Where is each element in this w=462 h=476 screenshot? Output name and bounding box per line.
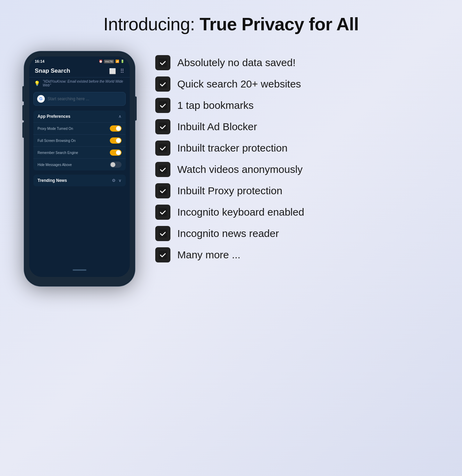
network-icon: VoLTE	[104, 60, 114, 63]
grid-icon[interactable]: ⠿	[120, 68, 124, 74]
chevron-down-icon[interactable]: ∨	[118, 178, 122, 183]
preferences-section: App Preferences ∧ Proxy Mode Turned On F…	[33, 111, 126, 170]
home-indicator	[73, 269, 86, 271]
pref-label-fullscreen: Full Screen Browsing On	[38, 139, 76, 143]
feature-text-ad-blocker: Inbuilt Ad Blocker	[177, 121, 257, 133]
svg-rect-8	[159, 229, 167, 238]
checkbox-icon-keyboard	[155, 205, 170, 220]
trending-news-section: Trending News ⚙ ∨	[33, 175, 126, 186]
feature-item-more: Many more ...	[155, 247, 438, 262]
checkbox-icon-video	[155, 162, 170, 177]
signal-icon: 📶	[115, 60, 119, 63]
pref-toggle-fullscreen[interactable]	[110, 137, 122, 144]
did-you-know-text: "#DidYouKnow: Email existed before the W…	[43, 80, 125, 87]
app-title: Snap Search	[35, 68, 70, 74]
status-bar: 16:14 ⏰ VoLTE 📶 🔋	[29, 56, 130, 65]
svg-rect-1	[159, 80, 167, 88]
feature-item-keyboard: Incognito keyboard enabled	[155, 205, 438, 220]
svg-rect-7	[159, 208, 167, 216]
search-bar-row: G Start searching here ...	[29, 89, 130, 108]
checkbox-icon-ad-blocker	[155, 119, 170, 134]
settings-icon[interactable]: ⚙	[112, 178, 116, 183]
bulb-icon: 💡	[34, 81, 40, 86]
checkbox-icon-tracker	[155, 141, 170, 156]
news-header-icons: ⚙ ∨	[112, 178, 122, 183]
feature-item-ad-blocker: Inbuilt Ad Blocker	[155, 119, 438, 134]
pref-label-search-engine: Remember Search Engine	[38, 151, 78, 155]
svg-rect-6	[159, 187, 167, 195]
feature-item-quick-search: Quick search 20+ websites	[155, 76, 438, 92]
search-placeholder: Start searching here ...	[48, 96, 89, 101]
preferences-chevron-icon: ∧	[118, 114, 122, 119]
search-bar[interactable]: G Start searching here ...	[33, 92, 126, 106]
feature-text-news: Incognito news reader	[177, 228, 279, 239]
feature-item-tracker: Inbuilt tracker protection	[155, 141, 438, 156]
feature-text-quick-search: Quick search 20+ websites	[177, 78, 301, 90]
feature-text-bookmarks: 1 tap bookmarks	[177, 100, 254, 111]
battery-icon: 🔋	[120, 60, 124, 63]
feature-text-video: Watch videos anonymously	[177, 164, 303, 175]
trending-news-title: Trending News	[38, 178, 67, 183]
pref-item-proxy: Proxy Mode Turned On	[33, 122, 126, 134]
content-area: 16:14 ⏰ VoLTE 📶 🔋 Snap Search ⬜ ⠿	[24, 52, 438, 286]
pref-item-search-engine: Remember Search Engine	[33, 146, 126, 158]
svg-rect-2	[159, 101, 167, 110]
feature-item-proxy: Inbuilt Proxy protection	[155, 183, 438, 198]
feature-text-tracker: Inbuilt tracker protection	[177, 142, 287, 154]
svg-rect-5	[159, 165, 167, 174]
svg-rect-0	[159, 59, 167, 67]
phone-bottom	[29, 188, 130, 277]
book-icon[interactable]: ⬜	[109, 68, 116, 74]
pref-label-hide-messages: Hide Messages Above	[38, 163, 72, 167]
svg-rect-4	[159, 144, 167, 152]
feature-text-keyboard: Incognito keyboard enabled	[177, 206, 304, 218]
feature-text-no-data: Absolutely no data saved!	[177, 57, 296, 69]
feature-item-news: Incognito news reader	[155, 226, 438, 241]
pref-toggle-proxy[interactable]	[110, 125, 122, 132]
pref-label-proxy: Proxy Mode Turned On	[38, 127, 73, 131]
phone-screen: 16:14 ⏰ VoLTE 📶 🔋 Snap Search ⬜ ⠿	[29, 56, 130, 277]
pref-item-fullscreen: Full Screen Browsing On	[33, 134, 126, 146]
feature-text-more: Many more ...	[177, 249, 240, 261]
checkbox-icon-proxy	[155, 183, 170, 198]
phone-mockup: 16:14 ⏰ VoLTE 📶 🔋 Snap Search ⬜ ⠿	[24, 52, 135, 286]
pref-toggle-hide-messages[interactable]	[110, 162, 122, 168]
alarm-icon: ⏰	[99, 60, 103, 63]
svg-rect-9	[159, 251, 167, 259]
page-headline: Introducing: True Privacy for All	[103, 14, 359, 34]
features-list: Absolutely no data saved! Quick search 2…	[155, 52, 438, 262]
headline-bold: True Privacy for All	[200, 14, 359, 34]
status-time: 16:14	[35, 59, 44, 63]
status-icons: ⏰ VoLTE 📶 🔋	[99, 60, 124, 63]
preferences-header[interactable]: App Preferences ∧	[33, 111, 126, 122]
google-logo: G	[37, 95, 45, 103]
feature-text-proxy: Inbuilt Proxy protection	[177, 185, 282, 197]
svg-rect-3	[159, 123, 167, 131]
checkbox-icon-more	[155, 247, 170, 262]
trending-news-header: Trending News ⚙ ∨	[33, 175, 126, 186]
pref-item-hide-messages: Hide Messages Above	[33, 158, 126, 170]
headline-prefix: Introducing:	[103, 14, 200, 34]
pref-toggle-search-engine[interactable]	[110, 149, 122, 156]
app-header: Snap Search ⬜ ⠿	[29, 65, 130, 77]
feature-item-bookmarks: 1 tap bookmarks	[155, 98, 438, 113]
did-you-know-bar: 💡 "#DidYouKnow: Email existed before the…	[29, 77, 130, 89]
app-header-icons: ⬜ ⠿	[109, 68, 124, 74]
phone-outer: 16:14 ⏰ VoLTE 📶 🔋 Snap Search ⬜ ⠿	[24, 52, 135, 286]
checkbox-icon-quick-search	[155, 76, 170, 92]
checkbox-icon-news	[155, 226, 170, 241]
checkbox-icon-no-data	[155, 55, 170, 70]
preferences-title: App Preferences	[38, 114, 70, 119]
feature-item-video: Watch videos anonymously	[155, 162, 438, 177]
checkbox-icon-bookmarks	[155, 98, 170, 113]
feature-item-no-data: Absolutely no data saved!	[155, 55, 438, 70]
